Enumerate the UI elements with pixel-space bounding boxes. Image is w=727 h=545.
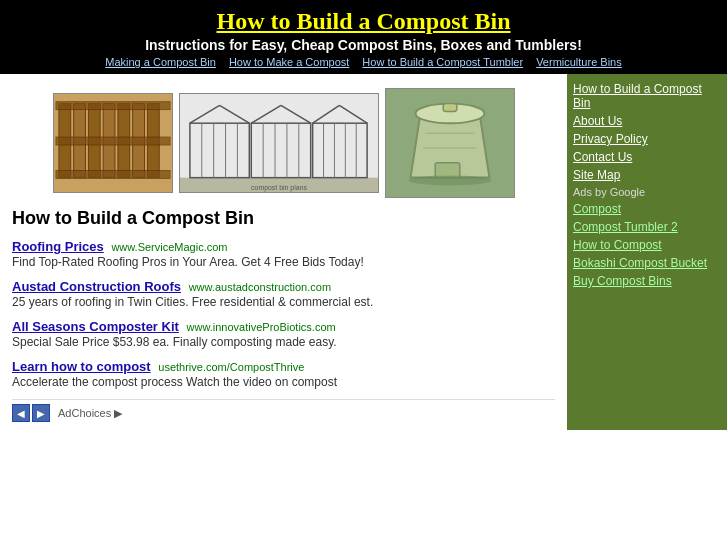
ad-url-4: usethrive.com/CompostThrive bbox=[158, 361, 304, 373]
nav-link-tumbler[interactable]: How to Build a Compost Tumbler bbox=[362, 56, 523, 68]
svg-rect-9 bbox=[55, 137, 169, 145]
plastic-bin-image bbox=[385, 88, 515, 198]
sidebar: How to Build a Compost Bin About Us Priv… bbox=[567, 74, 727, 430]
ad-title-3[interactable]: All Seasons Composter Kit bbox=[12, 319, 179, 334]
next-arrow[interactable]: ▶ bbox=[32, 404, 50, 422]
ad-desc-1: Find Top-Rated Roofing Pros in Your Area… bbox=[12, 255, 555, 269]
ad-desc-2: 25 years of roofing in Twin Cities. Free… bbox=[12, 295, 555, 309]
ad-item-4: Learn how to compost usethrive.com/Compo… bbox=[12, 359, 555, 389]
svg-text:compost bin plans: compost bin plans bbox=[251, 184, 307, 192]
nav-link-vermiculture[interactable]: Vermiculture Bins bbox=[536, 56, 622, 68]
header: How to Build a Compost Bin Instructions … bbox=[0, 0, 727, 74]
ad-title-1[interactable]: Roofing Prices bbox=[12, 239, 104, 254]
ad-title-2[interactable]: Austad Construction Roofs bbox=[12, 279, 181, 294]
sidebar-link-privacy[interactable]: Privacy Policy bbox=[573, 132, 721, 146]
main-title: How to Build a Compost Bin bbox=[10, 8, 717, 35]
sidebar-link-buybins[interactable]: Buy Compost Bins bbox=[573, 274, 721, 288]
ad-item-1: Roofing Prices www.ServiceMagic.com Find… bbox=[12, 239, 555, 269]
ad-section: Roofing Prices www.ServiceMagic.com Find… bbox=[12, 239, 555, 389]
wood-bin-image bbox=[53, 93, 173, 193]
subtitle: Instructions for Easy, Cheap Compost Bin… bbox=[10, 37, 717, 53]
ad-item-3: All Seasons Composter Kit www.innovative… bbox=[12, 319, 555, 349]
nav-arrows: ◀ ▶ bbox=[12, 404, 50, 422]
sidebar-link-compost[interactable]: Compost bbox=[573, 202, 721, 216]
header-nav: Making a Compost Bin | How to Make a Com… bbox=[10, 56, 717, 68]
ad-url-2: www.austadconstruction.com bbox=[189, 281, 331, 293]
svg-rect-37 bbox=[443, 104, 457, 112]
nav-link-making[interactable]: Making a Compost Bin bbox=[105, 56, 216, 68]
ad-choices-bar: ◀ ▶ AdChoices ▶ bbox=[12, 399, 555, 422]
page-title: How to Build a Compost Bin bbox=[12, 208, 555, 229]
ad-item-2: Austad Construction Roofs www.austadcons… bbox=[12, 279, 555, 309]
svg-rect-10 bbox=[55, 171, 169, 179]
ad-url-3: www.innovativeProBiotics.com bbox=[187, 321, 336, 333]
sidebar-link-build[interactable]: How to Build a Compost Bin bbox=[573, 82, 721, 110]
svg-rect-8 bbox=[55, 102, 169, 110]
ad-desc-4: Accelerate the compost process Watch the… bbox=[12, 375, 555, 389]
sidebar-link-contact[interactable]: Contact Us bbox=[573, 150, 721, 164]
sidebar-link-sitemap[interactable]: Site Map bbox=[573, 168, 721, 182]
sidebar-link-about[interactable]: About Us bbox=[573, 114, 721, 128]
shed-image: compost bin plans bbox=[179, 93, 379, 193]
ad-title-4[interactable]: Learn how to compost bbox=[12, 359, 151, 374]
prev-arrow[interactable]: ◀ bbox=[12, 404, 30, 422]
svg-point-41 bbox=[408, 175, 491, 185]
main-content: compost bin plans bbox=[0, 74, 567, 430]
layout: compost bin plans bbox=[0, 74, 727, 430]
sidebar-link-tumbler2[interactable]: Compost Tumbler 2 bbox=[573, 220, 721, 234]
svg-rect-38 bbox=[435, 163, 460, 178]
sidebar-ads-label: Ads by Google bbox=[573, 186, 721, 198]
nav-link-make[interactable]: How to Make a Compost bbox=[229, 56, 349, 68]
ad-url-1: www.ServiceMagic.com bbox=[111, 241, 227, 253]
sidebar-link-howto[interactable]: How to Compost bbox=[573, 238, 721, 252]
sidebar-link-bokashi[interactable]: Bokashi Compost Bucket bbox=[573, 256, 721, 270]
ad-desc-3: Special Sale Price $53.98 ea. Finally co… bbox=[12, 335, 555, 349]
image-row: compost bin plans bbox=[12, 88, 555, 198]
ad-choices-label: AdChoices ▶ bbox=[58, 407, 122, 420]
